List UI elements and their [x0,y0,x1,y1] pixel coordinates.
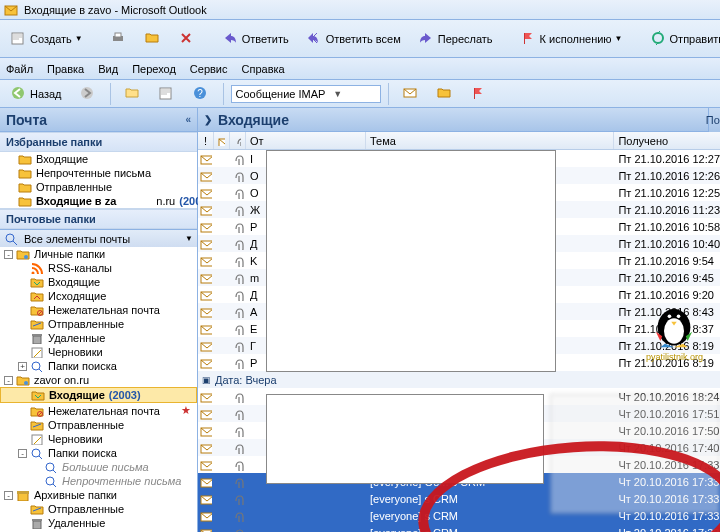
menu-view[interactable]: Вид [98,63,118,75]
tree-node[interactable]: Нежелательная почта★ [0,403,197,418]
mail-icon [198,408,214,420]
tree-node[interactable]: -zavor on.ru [0,373,197,387]
nav-icon-3[interactable] [186,83,216,105]
tree-node[interactable]: Входящие [0,275,197,289]
tree-node[interactable]: -Папки поиска [0,446,197,460]
col-received[interactable]: Получено [614,132,720,149]
attach-icon [230,221,246,233]
all-items-label: Все элементы почты [24,233,130,245]
send-receive-label: Отправить и получить [670,33,720,45]
nav-icon-5[interactable] [430,83,460,105]
tree-node[interactable]: +Папки поиска [0,359,197,373]
tree-node[interactable]: Отправленные [0,502,197,516]
menu-goto[interactable]: Переход [132,63,176,75]
folder-icon [16,489,30,501]
tree-node[interactable]: Удаленные [0,516,197,530]
favorite-item[interactable]: Непрочтенные письма [0,166,197,180]
nav-icon-1[interactable] [118,83,148,105]
list-title: Входящие [218,112,289,128]
mail-icon [198,442,214,454]
delete-button[interactable] [172,28,202,50]
reply-button[interactable]: Ответить [216,28,296,50]
back-button[interactable]: Назад [4,83,69,105]
followup-label: К исполнению [540,33,612,45]
tree-node[interactable]: Входящие(2003) [0,387,197,403]
nav-icon-6[interactable] [464,83,494,105]
mail-icon [198,306,214,318]
folder-icon [30,503,44,515]
attach-icon [230,170,246,182]
followup-button[interactable]: К исполнению▼ [514,28,630,50]
mail-folders-header[interactable]: Почтовые папки [0,209,197,229]
expand-toggle[interactable]: - [4,491,13,500]
folder-icon [30,447,44,459]
favorite-item[interactable]: Входящие [0,152,197,166]
mail-icon [198,289,214,301]
expand-toggle[interactable]: + [18,362,27,371]
forward-button[interactable]: Переслать [412,28,500,50]
tree-node[interactable]: RSS-каналы [0,261,197,275]
tree-node[interactable]: Отправленные [0,418,197,432]
nav-icon-2[interactable] [152,83,182,105]
col-attach[interactable] [230,132,246,149]
nav-icon-4[interactable] [396,83,426,105]
all-items-bar[interactable]: Все элементы почты ▼ [0,229,197,247]
delete-icon [179,31,195,47]
tree-node[interactable]: -Личные папки [0,247,197,261]
tree-node[interactable]: Большие письма [0,460,197,474]
favorite-item[interactable]: Входящие в zan.ru(2003) [0,194,197,208]
folder-icon [30,346,44,358]
print-button[interactable] [104,28,134,50]
tree-node[interactable]: Нежелательная почта [0,303,197,317]
folder-icon [16,248,30,260]
send-receive-button[interactable]: Отправить и получить▼ [644,28,720,50]
menu-edit[interactable]: Правка [47,63,84,75]
menu-help[interactable]: Справка [242,63,285,75]
folder-icon [18,181,32,193]
expand-toggle[interactable]: - [18,449,27,458]
menu-tools[interactable]: Сервис [190,63,228,75]
watermark-logo: pyatilistnik.org [634,300,714,362]
menu-bar: Файл Правка Вид Переход Сервис Справка [0,58,720,80]
menu-file[interactable]: Файл [6,63,33,75]
reply-all-button[interactable]: Ответить всем [300,28,408,50]
attach-icon [230,408,246,420]
attach-icon [230,442,246,454]
attach-icon [230,340,246,352]
attach-icon [230,306,246,318]
mail-icon [198,510,214,522]
folder-icon [44,475,58,487]
expand-toggle[interactable]: - [4,250,13,259]
tree-node[interactable]: Черновики [0,345,197,359]
expand-toggle[interactable]: - [4,376,13,385]
tree-node[interactable]: Отправленные [0,317,197,331]
reply-all-label: Ответить всем [326,33,401,45]
favorites-header[interactable]: Избранные папки [0,132,197,152]
collapse-icon[interactable]: « [185,114,191,125]
forward-nav-button[interactable] [73,83,103,105]
reading-pane-toggle[interactable]: Пои [708,108,720,132]
move-button[interactable] [138,28,168,50]
col-importance[interactable]: ! [198,132,214,149]
attach-icon [230,459,246,471]
col-subject[interactable]: Тема [366,132,614,149]
folder-icon [18,153,32,165]
col-from[interactable]: От [246,132,366,149]
col-icon[interactable] [214,132,230,149]
mail-icon [198,221,214,233]
list-header: ❯ Входящие [198,108,720,132]
folder-icon [18,167,32,179]
group-header[interactable]: ▣Дата: Вчера [198,371,720,388]
attach-icon [230,187,246,199]
favorite-item[interactable]: Отправленные [0,180,197,194]
tree-node[interactable]: Непрочтенные письма [0,474,197,488]
tree-node[interactable]: -Архивные папки [0,488,197,502]
tree-node[interactable]: Исходящие [0,289,197,303]
new-button[interactable]: Создать ▼ [4,28,90,50]
chevron-right-icon[interactable]: ❯ [204,114,212,125]
attach-icon [230,391,246,403]
tree-node[interactable]: Черновики [0,432,197,446]
view-combo[interactable]: Сообщение IMАР ▼ [231,85,381,103]
tree-node[interactable]: Удаленные [0,331,197,345]
mail-icon [198,493,214,505]
